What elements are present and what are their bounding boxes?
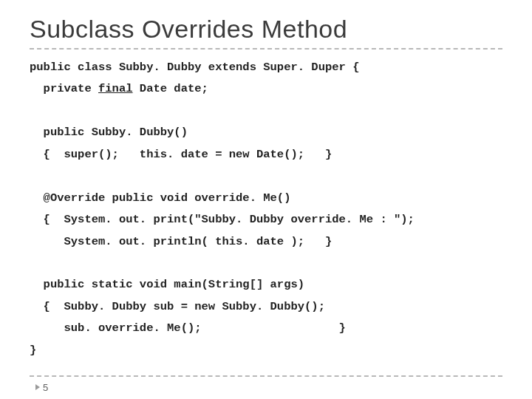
footer-divider — [30, 375, 502, 377]
slide: Subclass Overrides Method public class S… — [0, 0, 532, 399]
code-block: public class Subby. Dubby extends Super.… — [30, 57, 502, 361]
code-line-7: @Override public void override. Me() — [30, 191, 290, 205]
code-line-14: } — [30, 344, 36, 357]
code-line-9: System. out. println( this. date ); } — [30, 235, 332, 248]
page-number: 5 — [35, 382, 48, 393]
title-divider — [30, 48, 502, 50]
page-number-bullet-icon — [35, 384, 40, 390]
code-line-8: { System. out. print("Subby. Dubby overr… — [30, 213, 415, 226]
code-line-4: public Subby. Dubby() — [30, 126, 188, 139]
page-number-value: 5 — [43, 382, 48, 393]
code-line-1: public class Subby. Dubby extends Super.… — [30, 61, 359, 74]
slide-title: Subclass Overrides Method — [30, 15, 502, 44]
code-line-2c: Date date; — [133, 82, 208, 95]
code-line-5: { super(); this. date = new Date(); } — [30, 148, 332, 161]
code-line-11: public static void main(String[] args) — [30, 278, 304, 291]
code-line-13: sub. override. Me(); } — [30, 321, 346, 335]
code-line-12: { Subby. Dubby sub = new Subby. Dubby(); — [30, 300, 325, 313]
code-line-2-final: final — [98, 82, 133, 95]
code-line-2a: private — [30, 82, 98, 95]
